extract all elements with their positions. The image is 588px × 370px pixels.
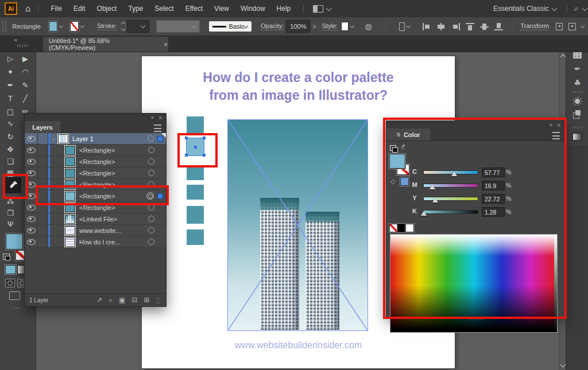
collapse-panel-icon[interactable]: « [150, 114, 153, 120]
layer-thumbnail[interactable] [65, 237, 75, 247]
visibility-toggle[interactable] [25, 156, 38, 167]
menu-window[interactable]: Window [235, 5, 271, 13]
edit-toolbar-icon[interactable]: ⋯ [13, 304, 21, 312]
visibility-toggle[interactable] [25, 202, 38, 213]
rectangle-swatch[interactable] [187, 185, 204, 200]
target-circle[interactable] [148, 204, 154, 211]
symbol-sprayer-tool[interactable]: ⁂ [3, 196, 17, 208]
layer-name[interactable]: <Rectangle> [79, 193, 146, 200]
layer-row[interactable]: <Rectangle> [25, 168, 166, 179]
layer-row[interactable]: <Rectangle> [25, 202, 166, 213]
target-circle[interactable] [148, 227, 154, 233]
search-icon[interactable]: ⌕ [574, 4, 578, 13]
workspace-switcher[interactable]: Essentials Classic [493, 5, 549, 13]
layer-thumbnail[interactable] [65, 146, 75, 155]
layer-thumbnail[interactable] [58, 134, 68, 143]
new-layer-icon[interactable]: ⊞ [144, 296, 149, 304]
collect-for-export-icon[interactable]: ↗ [96, 296, 102, 304]
menu-help[interactable]: Help [271, 5, 297, 13]
layer-name[interactable]: <Rectangle> [79, 181, 148, 188]
align-bottom-icon[interactable] [494, 23, 503, 30]
layer-name[interactable]: <Rectangle> [79, 170, 148, 177]
lock-toggle[interactable] [38, 202, 48, 213]
new-sublayer-icon[interactable]: ⊟ [131, 296, 137, 304]
layer-row[interactable]: ⌄Layer 1 [25, 133, 166, 145]
out-of-gamut-cube-icon[interactable]: ◇ [390, 178, 395, 185]
visibility-toggle[interactable] [25, 133, 38, 144]
y-value[interactable]: 22.72 [482, 194, 505, 204]
chevron-down-icon[interactable]: ⌄ [50, 136, 57, 141]
tab-color[interactable]: ⇅ Color [386, 128, 430, 141]
panel-grip[interactable] [2, 21, 6, 32]
fill-color-indicator[interactable] [6, 233, 23, 250]
lock-toggle[interactable] [38, 236, 48, 247]
opacity-value[interactable]: 100% [286, 20, 310, 33]
lock-toggle[interactable] [38, 190, 48, 201]
layer-row[interactable]: <Rectangle> [25, 156, 166, 168]
selection-handle[interactable] [185, 154, 188, 157]
y-slider[interactable] [423, 197, 478, 201]
default-fill-stroke-icon[interactable] [3, 254, 10, 260]
align-left-icon[interactable] [423, 23, 431, 30]
scale-tool[interactable]: ✥ [3, 143, 17, 155]
rectangle-tool[interactable]: □ [3, 106, 17, 118]
scroll-up-icon[interactable] [560, 54, 566, 60]
target-circle[interactable] [148, 170, 154, 176]
layer-thumbnail[interactable] [65, 215, 75, 224]
delete-selection-icon[interactable]: ▯ [156, 296, 160, 304]
c-value[interactable]: 57.77 [482, 168, 505, 177]
layer-row[interactable]: How do I cre... [25, 236, 166, 248]
align-horizontal-center-icon[interactable] [437, 23, 446, 30]
arrange-documents-icon[interactable] [313, 5, 323, 13]
fill-proxy-swatch[interactable] [389, 154, 405, 169]
width-profile-dropdown[interactable] [156, 20, 200, 33]
layer-name[interactable]: <Rectangle> [79, 147, 148, 154]
visibility-toggle[interactable] [25, 145, 38, 155]
rotate-tool[interactable]: ↻ [3, 131, 17, 143]
rectangle-swatch[interactable] [187, 206, 204, 224]
layer-thumbnail[interactable] [65, 180, 75, 189]
locate-object-icon[interactable]: ⌕ [109, 296, 113, 304]
layer-row[interactable]: <Rectangle> [25, 145, 166, 156]
layer-row[interactable]: <Rectangle> [25, 190, 166, 202]
panel-menu-icon[interactable] [552, 132, 560, 139]
selected-rectangle[interactable] [187, 138, 204, 155]
transparency-panel-icon[interactable] [566, 108, 588, 122]
selection-handle[interactable] [203, 154, 206, 157]
symbols-panel-icon[interactable]: ♣ [566, 76, 588, 89]
layer-thumbnail[interactable] [65, 226, 75, 235]
canvas-url-text[interactable]: www.websitebuilderinsider.com [142, 340, 455, 350]
cycle-color-mode-icon[interactable]: ⇅ [396, 132, 401, 138]
selection-handle[interactable] [185, 137, 188, 139]
align-vertical-center-icon[interactable] [480, 23, 489, 30]
layer-row[interactable]: www.website... [25, 225, 166, 236]
hand-tool[interactable]: Ψ [3, 218, 17, 230]
chevron-down-icon[interactable] [407, 24, 411, 28]
color-panel-grip[interactable] [469, 318, 483, 320]
make-clipping-mask-icon[interactable]: ▣ [119, 296, 125, 304]
pen-tool[interactable]: ✒ [3, 79, 17, 91]
document-tab[interactable]: Untitled-1* @ 85.68% (CMYK/Preview) × [43, 37, 168, 52]
layer-thumbnail[interactable] [65, 169, 75, 178]
lock-toggle[interactable] [38, 156, 48, 167]
color-panel-header[interactable]: « × [386, 121, 564, 128]
visibility-toggle[interactable] [25, 213, 38, 224]
visibility-toggle[interactable] [25, 179, 38, 190]
canvas-title-text[interactable]: How do I create a color palette from an … [142, 69, 455, 104]
menu-type[interactable]: Type [122, 5, 149, 13]
lock-toggle[interactable] [38, 213, 48, 224]
target-circle[interactable] [148, 239, 154, 245]
target-circle[interactable] [148, 158, 154, 165]
target-circle[interactable] [148, 147, 154, 153]
close-panel-icon[interactable]: × [158, 115, 163, 120]
layer-row[interactable]: <Linked File> [25, 213, 166, 225]
menu-select[interactable]: Select [149, 5, 179, 13]
artboard-options-icon[interactable] [399, 22, 405, 31]
menu-view[interactable]: View [208, 5, 235, 13]
layer-name[interactable]: <Linked File> [79, 216, 148, 223]
lock-toggle[interactable] [38, 168, 48, 178]
opacity-link[interactable]: Opacity: [261, 22, 284, 30]
tab-layers[interactable]: Layers [25, 121, 60, 133]
document-setup-icon[interactable]: ◍ [365, 22, 372, 31]
curvature-tool[interactable]: ✎ [18, 79, 32, 91]
